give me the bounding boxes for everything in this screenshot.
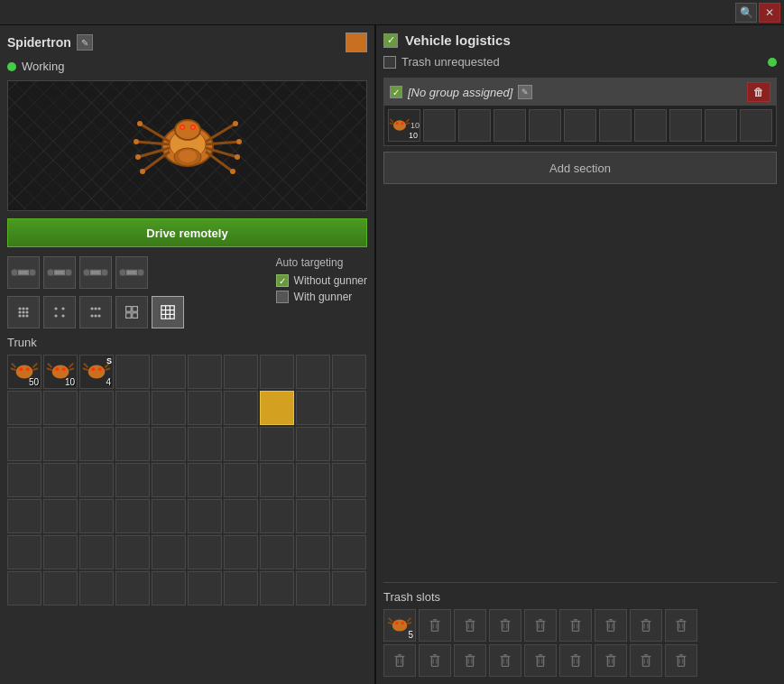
inv-slot-9[interactable] <box>332 355 366 389</box>
inv-slot-4[interactable] <box>152 355 186 389</box>
equipment-item-1[interactable] <box>7 256 40 289</box>
inv-slot-40[interactable] <box>7 499 42 533</box>
trash-slot-8[interactable] <box>665 609 697 642</box>
inv-slot-8[interactable] <box>296 355 330 389</box>
inv-slot-37[interactable] <box>260 463 294 497</box>
trash-slot-r2-5[interactable] <box>559 644 592 677</box>
inv-slot-21[interactable] <box>43 427 78 461</box>
group-slot-5[interactable] <box>564 109 596 142</box>
trash-slot-0[interactable]: 5 <box>383 609 416 642</box>
inv-slot-45[interactable] <box>188 499 222 533</box>
inv-slot-16[interactable] <box>224 391 258 425</box>
inv-slot-18[interactable] <box>296 391 330 425</box>
inv-slot-24[interactable] <box>152 427 186 461</box>
trash-slot-2[interactable] <box>454 609 486 642</box>
inv-slot-28[interactable] <box>296 427 330 461</box>
inv-slot-15[interactable] <box>188 391 222 425</box>
inv-slot-36[interactable] <box>224 463 258 497</box>
inv-slot-64[interactable] <box>152 571 186 605</box>
trash-slot-1[interactable] <box>419 609 451 642</box>
inv-slot-31[interactable] <box>43 463 78 497</box>
inv-slot-56[interactable] <box>224 535 258 569</box>
trash-slot-r2-6[interactable] <box>595 644 627 677</box>
inv-slot-65[interactable] <box>188 571 222 605</box>
inv-slot-11[interactable] <box>43 391 78 425</box>
trash-slot-r2-3[interactable] <box>489 644 521 677</box>
inv-slot-30[interactable] <box>7 463 42 497</box>
inv-slot-0[interactable]: 50 <box>7 355 42 389</box>
inv-slot-57[interactable] <box>260 535 294 569</box>
inv-slot-17-yellow[interactable] <box>260 391 294 425</box>
view-option-3[interactable] <box>79 296 112 328</box>
inv-slot-49[interactable] <box>332 499 366 533</box>
equipment-item-4[interactable] <box>115 256 148 289</box>
trash-slot-r2-7[interactable] <box>630 644 662 677</box>
trash-slot-7[interactable] <box>630 609 662 642</box>
view-option-1[interactable] <box>7 296 40 328</box>
inv-slot-60[interactable] <box>7 571 42 605</box>
inv-slot-68[interactable] <box>296 571 330 605</box>
trash-slot-4[interactable] <box>524 609 557 642</box>
group-slot-8[interactable] <box>669 109 702 142</box>
group-slot-0[interactable]: 10 10 <box>388 109 420 142</box>
trash-slot-r2-1[interactable] <box>419 644 451 677</box>
inv-slot-61[interactable] <box>43 571 78 605</box>
group-slot-9[interactable] <box>705 109 737 142</box>
inv-slot-46[interactable] <box>224 499 258 533</box>
inv-slot-35[interactable] <box>188 463 222 497</box>
inv-slot-26[interactable] <box>224 427 258 461</box>
inv-slot-33[interactable] <box>115 463 150 497</box>
inv-slot-38[interactable] <box>296 463 330 497</box>
inv-slot-58[interactable] <box>296 535 330 569</box>
inv-slot-66[interactable] <box>224 571 258 605</box>
color-swatch[interactable] <box>346 32 367 52</box>
search-button[interactable]: 🔍 <box>735 3 757 23</box>
inv-slot-42[interactable] <box>79 499 114 533</box>
group-slot-4[interactable] <box>529 109 561 142</box>
inv-slot-10[interactable] <box>7 391 42 425</box>
inv-slot-13[interactable] <box>115 391 150 425</box>
inv-slot-6[interactable] <box>224 355 258 389</box>
inv-slot-43[interactable] <box>115 499 150 533</box>
inv-slot-1[interactable]: 10 <box>43 355 78 389</box>
inv-slot-27[interactable] <box>260 427 294 461</box>
inv-slot-19[interactable] <box>332 391 366 425</box>
inv-slot-59[interactable] <box>332 535 366 569</box>
inv-slot-47[interactable] <box>260 499 294 533</box>
drive-remotely-button[interactable]: Drive remotely <box>7 218 367 247</box>
view-option-4[interactable] <box>115 296 148 328</box>
trash-slot-6[interactable] <box>595 609 627 642</box>
trash-slot-r2-8[interactable] <box>665 644 697 677</box>
inv-slot-62[interactable] <box>79 571 114 605</box>
trash-slot-r2-2[interactable] <box>454 644 486 677</box>
group-slot-6[interactable] <box>599 109 632 142</box>
inv-slot-12[interactable] <box>79 391 114 425</box>
edit-name-button[interactable]: ✎ <box>77 34 93 51</box>
close-button[interactable]: ✕ <box>759 3 780 23</box>
inv-slot-34[interactable] <box>152 463 186 497</box>
trash-slot-3[interactable] <box>489 609 521 642</box>
inv-slot-32[interactable] <box>79 463 114 497</box>
group-slot-1[interactable] <box>423 109 456 142</box>
inv-slot-29[interactable] <box>332 427 366 461</box>
inv-slot-55[interactable] <box>188 535 222 569</box>
trash-slot-r2-4[interactable] <box>524 644 557 677</box>
inv-slot-41[interactable] <box>43 499 78 533</box>
inv-slot-50[interactable] <box>7 535 42 569</box>
inv-slot-44[interactable] <box>152 499 186 533</box>
group-slot-7[interactable] <box>634 109 667 142</box>
add-section-button[interactable]: Add section <box>383 152 777 184</box>
group-slot-10[interactable] <box>740 109 772 142</box>
inv-slot-54[interactable] <box>152 535 186 569</box>
inv-slot-48[interactable] <box>296 499 330 533</box>
trash-unrequested-checkbox[interactable] <box>383 56 396 69</box>
inv-slot-51[interactable] <box>43 535 78 569</box>
trash-slot-r2-0[interactable] <box>383 644 416 677</box>
group-edit-button[interactable]: ✎ <box>518 85 532 99</box>
inv-slot-69[interactable] <box>332 571 366 605</box>
inv-slot-3[interactable] <box>115 355 150 389</box>
with-gunner-checkbox[interactable] <box>276 291 289 303</box>
inv-slot-5[interactable] <box>188 355 222 389</box>
inv-slot-67[interactable] <box>260 571 294 605</box>
trash-slot-5[interactable] <box>559 609 592 642</box>
